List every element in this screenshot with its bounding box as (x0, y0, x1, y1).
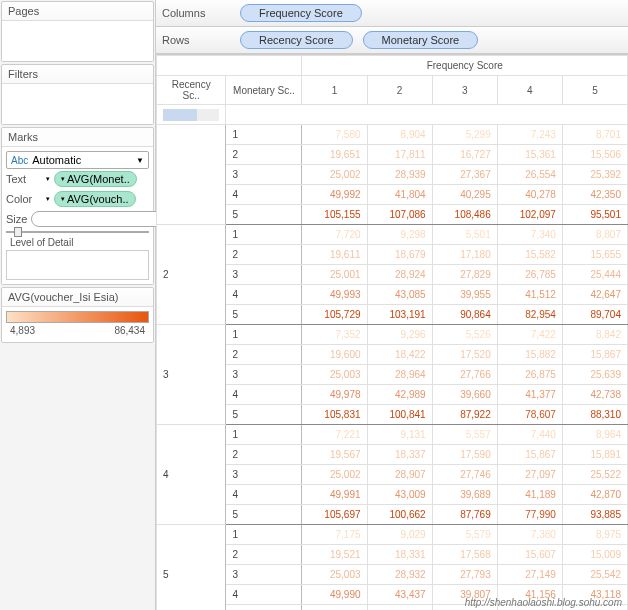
value-cell[interactable]: 25,003 (302, 365, 367, 385)
value-cell[interactable]: 27,367 (432, 165, 497, 185)
columns-pill[interactable]: Frequency Score (240, 4, 362, 22)
value-cell[interactable]: 95,501 (562, 205, 627, 225)
value-cell[interactable]: 25,002 (302, 165, 367, 185)
value-cell[interactable]: 15,582 (497, 245, 562, 265)
value-cell[interactable]: 27,746 (432, 465, 497, 485)
monetary-cell[interactable]: 4 (226, 385, 302, 405)
value-cell[interactable]: 5,557 (432, 425, 497, 445)
value-cell[interactable]: 108,486 (432, 205, 497, 225)
monetary-cell[interactable]: 2 (226, 245, 302, 265)
monetary-cell[interactable]: 4 (226, 285, 302, 305)
value-cell[interactable]: 7,440 (497, 425, 562, 445)
recency-cell[interactable] (157, 125, 226, 225)
value-cell[interactable]: 100,662 (367, 505, 432, 525)
value-cell[interactable]: 18,422 (367, 345, 432, 365)
value-cell[interactable]: 8,842 (562, 325, 627, 345)
value-cell[interactable]: 8,807 (562, 225, 627, 245)
value-cell[interactable]: 78,607 (497, 405, 562, 425)
value-cell[interactable]: 41,512 (497, 285, 562, 305)
value-cell[interactable]: 25,542 (562, 565, 627, 585)
value-cell[interactable]: 15,655 (562, 245, 627, 265)
value-cell[interactable]: 100,841 (367, 405, 432, 425)
value-cell[interactable]: 49,991 (302, 485, 367, 505)
value-cell[interactable]: 7,352 (302, 325, 367, 345)
value-cell[interactable]: 7,340 (497, 225, 562, 245)
value-cell[interactable]: 87,922 (432, 405, 497, 425)
value-cell[interactable]: 28,964 (367, 365, 432, 385)
monetary-cell[interactable]: 4 (226, 185, 302, 205)
value-cell[interactable]: 27,149 (497, 565, 562, 585)
recency-cell[interactable]: 4 (157, 425, 226, 525)
value-cell[interactable]: 25,522 (562, 465, 627, 485)
value-cell[interactable]: 93,885 (562, 505, 627, 525)
lod-shelf[interactable] (6, 250, 149, 280)
value-cell[interactable]: 7,580 (302, 125, 367, 145)
value-cell[interactable]: 43,437 (367, 585, 432, 605)
value-cell[interactable]: 7,221 (302, 425, 367, 445)
monetary-cell[interactable]: 4 (226, 485, 302, 505)
value-cell[interactable]: 89,704 (562, 305, 627, 325)
monetary-cell[interactable]: 5 (226, 205, 302, 225)
value-cell[interactable]: 103,191 (367, 305, 432, 325)
value-cell[interactable]: 15,891 (562, 445, 627, 465)
value-cell[interactable]: 41,377 (497, 385, 562, 405)
value-cell[interactable]: 42,647 (562, 285, 627, 305)
value-cell[interactable]: 27,829 (432, 265, 497, 285)
value-cell[interactable]: 27,097 (497, 465, 562, 485)
value-cell[interactable]: 9,298 (367, 225, 432, 245)
value-cell[interactable]: 25,639 (562, 365, 627, 385)
value-cell[interactable]: 88,310 (562, 405, 627, 425)
col-1[interactable]: 1 (302, 76, 367, 105)
value-cell[interactable]: 40,295 (432, 185, 497, 205)
value-cell[interactable]: 100,438 (367, 605, 432, 611)
value-cell[interactable]: 28,907 (367, 465, 432, 485)
value-cell[interactable]: 8,964 (562, 425, 627, 445)
value-cell[interactable]: 19,567 (302, 445, 367, 465)
value-cell[interactable]: 27,766 (432, 365, 497, 385)
value-cell[interactable]: 105,697 (302, 505, 367, 525)
value-cell[interactable]: 8,975 (562, 525, 627, 545)
value-cell[interactable]: 42,989 (367, 385, 432, 405)
monetary-cell[interactable]: 3 (226, 465, 302, 485)
value-cell[interactable]: 26,554 (497, 165, 562, 185)
col-4[interactable]: 4 (497, 76, 562, 105)
value-cell[interactable]: 9,029 (367, 525, 432, 545)
col-5[interactable]: 5 (562, 76, 627, 105)
value-cell[interactable]: 49,993 (302, 285, 367, 305)
value-cell[interactable]: 105,155 (302, 205, 367, 225)
color-legend-gradient[interactable] (6, 311, 149, 323)
value-cell[interactable]: 5,579 (432, 525, 497, 545)
value-cell[interactable]: 27,793 (432, 565, 497, 585)
value-cell[interactable]: 43,009 (367, 485, 432, 505)
value-cell[interactable]: 39,660 (432, 385, 497, 405)
value-cell[interactable]: 25,392 (562, 165, 627, 185)
col-3[interactable]: 3 (432, 76, 497, 105)
monetary-cell[interactable]: 1 (226, 525, 302, 545)
value-cell[interactable]: 49,978 (302, 385, 367, 405)
value-cell[interactable]: 15,867 (562, 345, 627, 365)
recency-cell[interactable]: 5 (157, 525, 226, 611)
value-cell[interactable]: 5,526 (432, 325, 497, 345)
value-cell[interactable]: 19,600 (302, 345, 367, 365)
value-cell[interactable]: 90,864 (432, 305, 497, 325)
value-cell[interactable]: 19,651 (302, 145, 367, 165)
monetary-cell[interactable]: 5 (226, 505, 302, 525)
value-cell[interactable]: 7,175 (302, 525, 367, 545)
monetary-cell[interactable]: 2 (226, 145, 302, 165)
filters-shelf[interactable] (2, 84, 153, 124)
value-cell[interactable]: 26,875 (497, 365, 562, 385)
value-cell[interactable]: 43,085 (367, 285, 432, 305)
value-cell[interactable]: 7,720 (302, 225, 367, 245)
value-cell[interactable]: 5,299 (432, 125, 497, 145)
value-cell[interactable]: 49,990 (302, 585, 367, 605)
col-2[interactable]: 2 (367, 76, 432, 105)
monetary-cell[interactable]: 2 (226, 345, 302, 365)
size-input[interactable] (31, 211, 171, 227)
monetary-cell[interactable]: 3 (226, 165, 302, 185)
monetary-cell[interactable]: 3 (226, 365, 302, 385)
value-cell[interactable]: 15,867 (497, 445, 562, 465)
monetary-cell[interactable]: 1 (226, 325, 302, 345)
value-cell[interactable]: 105,729 (302, 305, 367, 325)
value-cell[interactable]: 17,568 (432, 545, 497, 565)
monetary-cell[interactable]: 5 (226, 305, 302, 325)
